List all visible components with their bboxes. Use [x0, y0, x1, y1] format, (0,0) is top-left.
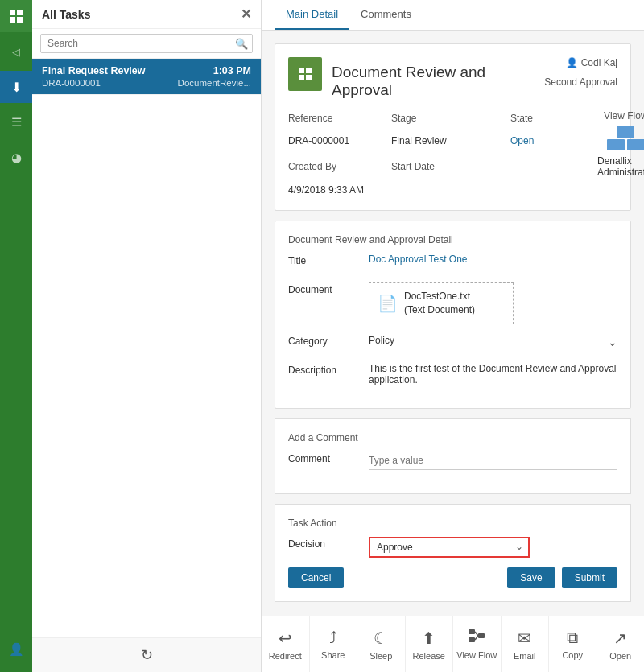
svg-rect-2 — [478, 633, 485, 638]
redirect-label: Redirect — [269, 651, 302, 661]
redirect-icon: ↩ — [279, 629, 292, 648]
comment-label: Comment — [288, 451, 369, 464]
user-second-approval: 👤 Codi Kaj Second Approval — [544, 57, 617, 88]
reference-value: DRA-0000001 — [288, 134, 385, 148]
sidebar-nav-chart[interactable]: ◕ — [0, 142, 32, 174]
category-label: Category — [288, 334, 369, 347]
start-date-label: Start Date — [391, 159, 504, 174]
doc-info: DocTestOne.txt (Text Document) — [404, 290, 475, 317]
viewflow-label: View Flow — [456, 650, 497, 660]
action-buttons: Cancel Save Submit — [288, 567, 617, 588]
sidebar-nav-user[interactable]: 👤 — [0, 633, 32, 666]
svg-line-3 — [475, 632, 478, 636]
user-info: 👤 Codi Kaj — [566, 57, 617, 68]
close-button[interactable]: ✕ — [241, 6, 251, 22]
task-panel-header: All Tasks ✕ — [32, 0, 261, 29]
comment-input[interactable] — [369, 451, 617, 470]
document-box[interactable]: 📄 DocTestOne.txt (Text Document) — [369, 282, 514, 324]
title-row: Title Doc Approval Test One — [288, 254, 617, 273]
task-item-row1: Final Request Review 1:03 PM — [42, 65, 251, 76]
document-label: Document — [288, 282, 369, 295]
share-icon: ⤴ — [329, 629, 337, 647]
title-value: Doc Approval Test One — [369, 254, 617, 265]
submit-button[interactable]: Submit — [562, 567, 617, 588]
release-icon: ⬆ — [422, 629, 436, 648]
detail-area: Document Review and Approval 👤 Codi Kaj … — [262, 31, 644, 616]
search-input[interactable] — [40, 34, 253, 53]
decision-select[interactable]: Approve Reject — [369, 537, 530, 558]
toolbar-open[interactable]: ↗ Open — [597, 616, 645, 672]
stage-label: Stage — [391, 111, 504, 126]
tab-comments[interactable]: Comments — [349, 0, 423, 30]
task-item[interactable]: Final Request Review 1:03 PM DRA-0000001… — [32, 59, 261, 95]
app-header-card: Document Review and Approval 👤 Codi Kaj … — [275, 43, 631, 211]
task-action-section: Task Action Decision Approve Reject ⌄ Ca… — [275, 504, 631, 602]
task-time: 1:03 PM — [213, 65, 251, 76]
description-row: Description This is the first test of th… — [288, 363, 617, 385]
bottom-toolbar: ↩ Redirect ⤴ Share ☾ Sleep ⬆ Release — [262, 616, 644, 672]
doc-type: (Text Document) — [404, 303, 475, 317]
second-approval-label: Second Approval — [544, 76, 617, 88]
sidebar-nav-document[interactable]: ☰ — [0, 106, 32, 138]
open-icon: ↗ — [613, 629, 627, 648]
document-row: Document 📄 DocTestOne.txt (Text Document… — [288, 282, 617, 324]
category-select[interactable]: Policy — [369, 335, 617, 346]
comment-section: Add a Comment Comment — [275, 418, 631, 494]
doc-file-icon: 📄 — [378, 294, 398, 313]
view-flow-text: View Flow — [604, 110, 644, 122]
category-row: Category Policy ⌄ — [288, 334, 617, 353]
email-label: Email — [514, 651, 536, 661]
app-title-area: Document Review and Approval — [332, 57, 544, 99]
main-content: Main Detail Comments Document Review and… — [262, 0, 644, 672]
refresh-button[interactable]: ↻ — [141, 646, 153, 664]
username: Codi Kaj — [581, 57, 617, 68]
task-panel-title: All Tasks — [42, 8, 90, 21]
description-label: Description — [288, 363, 369, 376]
toolbar-redirect[interactable]: ↩ Redirect — [262, 616, 310, 672]
app-header: Document Review and Approval 👤 Codi Kaj … — [288, 57, 617, 99]
task-panel-footer: ↻ — [32, 637, 261, 672]
toolbar-viewflow[interactable]: View Flow — [453, 616, 502, 672]
open-label: Open — [609, 651, 631, 661]
meta-section: Reference Stage State View Flow — [288, 109, 617, 197]
tab-main-detail[interactable]: Main Detail — [275, 0, 349, 30]
toolbar-share[interactable]: ⤴ Share — [310, 616, 358, 672]
start-date-value: 4/9/2018 9:33 AM — [288, 183, 385, 197]
save-button[interactable]: Save — [507, 567, 555, 588]
comment-row: Comment — [288, 451, 617, 471]
task-type: DocumentRevie... — [178, 78, 251, 88]
state-value: Open — [510, 134, 591, 148]
doc-filename: DocTestOne.txt — [404, 290, 475, 303]
task-action-title: Task Action — [288, 517, 617, 529]
apps-button[interactable] — [0, 0, 32, 32]
stage-value: Final Review — [391, 134, 504, 148]
view-flow-label: View Flow — [597, 109, 644, 150]
task-panel: All Tasks ✕ 🔍 Final Request Review 1:03 … — [32, 0, 262, 672]
comment-section-title: Add a Comment — [288, 432, 617, 443]
decision-row: Decision Approve Reject ⌄ — [288, 537, 617, 558]
search-icon: 🔍 — [235, 38, 248, 50]
copy-label: Copy — [562, 650, 583, 660]
share-label: Share — [321, 650, 345, 660]
toolbar-email[interactable]: ✉ Email — [502, 616, 550, 672]
flow-diagram[interactable] — [607, 126, 644, 150]
toolbar-copy[interactable]: ⧉ Copy — [549, 616, 597, 672]
cancel-button[interactable]: Cancel — [288, 567, 344, 588]
toolbar-sleep[interactable]: ☾ Sleep — [357, 616, 406, 672]
search-wrap: 🔍 — [40, 34, 253, 53]
tabs: Main Detail Comments — [262, 0, 644, 31]
email-icon: ✉ — [518, 629, 531, 648]
svg-rect-1 — [469, 637, 475, 642]
copy-icon: ⧉ — [567, 629, 578, 647]
sleep-label: Sleep — [369, 651, 392, 661]
detail-section-card: Document Review and Approval Detail Titl… — [275, 221, 631, 409]
task-ref: DRA-0000001 — [42, 78, 101, 88]
description-value: This is the first test of the Document R… — [369, 363, 617, 385]
sidebar-nav-download[interactable]: ⬇ — [0, 71, 32, 103]
sidebar-nav-back[interactable]: ◁ — [0, 35, 32, 68]
sidebar: ◁ ⬇ ☰ ◕ 👤 — [0, 0, 32, 672]
svg-rect-0 — [469, 629, 475, 634]
toolbar-release[interactable]: ⬆ Release — [406, 616, 454, 672]
task-name: Final Request Review — [42, 65, 146, 76]
state-label: State — [510, 111, 591, 126]
